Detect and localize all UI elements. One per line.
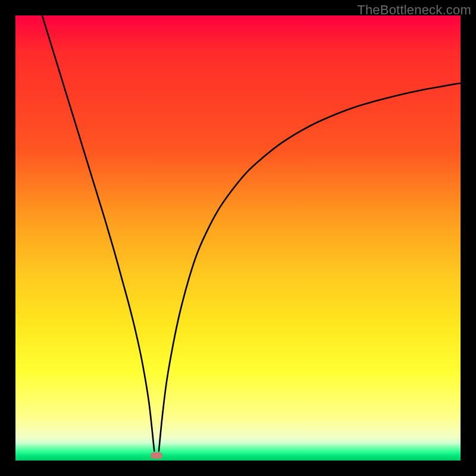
watermark-text: TheBottleneck.com: [357, 2, 471, 18]
chart-frame: TheBottleneck.com: [0, 0, 476, 476]
minimum-marker: [151, 452, 162, 459]
curve-right-branch: [159, 83, 461, 452]
curve-left-branch: [42, 15, 155, 452]
chart-plot-area: [15, 15, 461, 461]
bottleneck-curve: [15, 15, 461, 461]
